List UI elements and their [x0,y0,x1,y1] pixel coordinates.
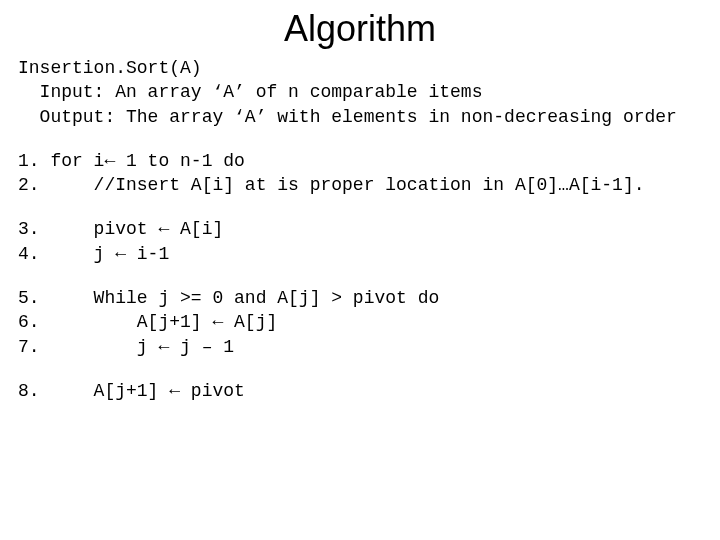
algorithm-body: Insertion.Sort(A) Input: An array ‘A’ of… [18,56,702,403]
step-group-2: 3. pivot ← A[i] 4. j ← i-1 [18,217,702,266]
step-group-4: 8. A[j+1] ← pivot [18,379,702,403]
code-line: 5. While j >= 0 and A[j] > pivot do [18,286,702,310]
code-line: 4. j ← i-1 [18,242,702,266]
step-group-3: 5. While j >= 0 and A[j] > pivot do 6. A… [18,286,702,359]
page-title: Algorithm [18,8,702,50]
code-line: 2. //Insert A[i] at is proper location i… [18,173,702,197]
code-line: 6. A[j+1] ← A[j] [18,310,702,334]
code-line: Input: An array ‘A’ of n comparable item… [18,80,702,104]
code-line: Output: The array ‘A’ with elements in n… [18,105,702,129]
code-line: 8. A[j+1] ← pivot [18,379,702,403]
code-line: 7. j ← j – 1 [18,335,702,359]
code-line: 3. pivot ← A[i] [18,217,702,241]
header-block: Insertion.Sort(A) Input: An array ‘A’ of… [18,56,702,129]
step-group-1: 1. for i← 1 to n-1 do 2. //Insert A[i] a… [18,149,702,198]
slide: Algorithm Insertion.Sort(A) Input: An ar… [0,0,720,540]
code-line: 1. for i← 1 to n-1 do [18,149,702,173]
code-line: Insertion.Sort(A) [18,56,702,80]
